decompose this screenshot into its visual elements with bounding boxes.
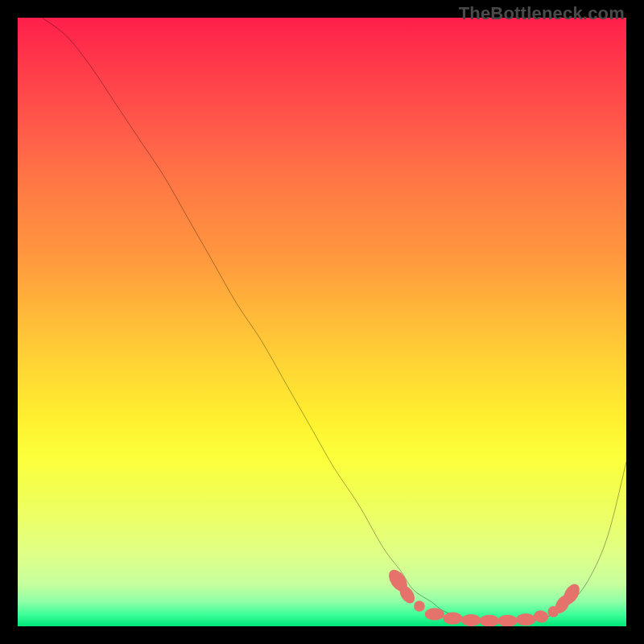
chart-marker: [461, 614, 481, 626]
chart-marker: [414, 601, 425, 612]
chart-markers: [385, 567, 583, 626]
chart-marker: [443, 613, 462, 625]
chart-svg: [18, 18, 626, 626]
chart-frame: TheBottleneck.com: [0, 0, 644, 644]
chart-marker: [533, 609, 549, 624]
chart-marker: [480, 615, 499, 626]
watermark-label: TheBottleneck.com: [459, 3, 625, 24]
chart-plot-area: [18, 18, 626, 626]
bottleneck-curve: [42, 18, 626, 621]
chart-marker: [516, 613, 535, 625]
chart-marker: [425, 608, 444, 620]
chart-marker: [497, 615, 517, 626]
chart-curve: [42, 18, 626, 621]
